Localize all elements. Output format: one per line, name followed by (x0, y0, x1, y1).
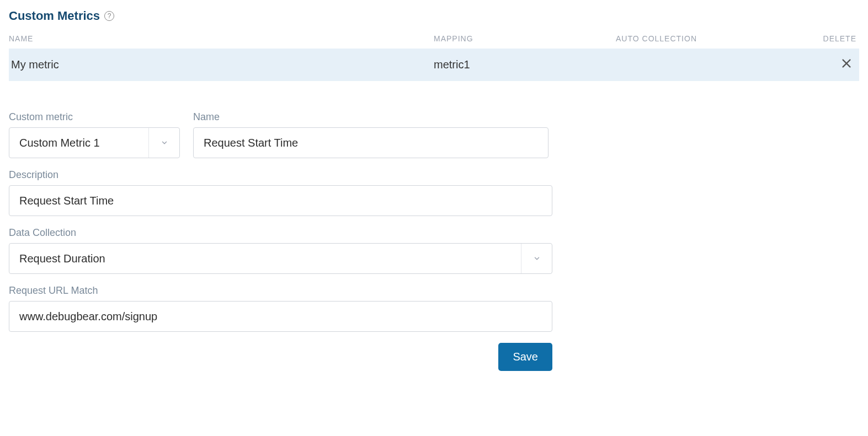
page-header: Custom Metrics ? (9, 9, 859, 23)
form-group-name: Name (193, 111, 549, 158)
request-url-match-input[interactable] (9, 301, 552, 332)
save-button[interactable]: Save (498, 343, 552, 371)
help-icon[interactable]: ? (104, 11, 114, 21)
chevron-down-icon[interactable] (521, 244, 552, 273)
delete-icon[interactable] (839, 57, 853, 71)
cell-mapping: metric1 (434, 58, 616, 71)
data-collection-value: Request Duration (9, 252, 521, 265)
button-row: Save (9, 343, 552, 371)
description-label: Description (9, 169, 552, 181)
data-collection-select[interactable]: Request Duration (9, 243, 552, 274)
form-container: Custom metric Custom Metric 1 Name Descr… (9, 111, 552, 371)
name-input[interactable] (193, 127, 549, 158)
form-group-custom-metric: Custom metric Custom Metric 1 (9, 111, 180, 158)
chevron-down-icon[interactable] (148, 128, 179, 158)
form-group-data-collection: Data Collection Request Duration (9, 227, 552, 274)
table-row[interactable]: My metric metric1 (9, 49, 859, 81)
custom-metric-select[interactable]: Custom Metric 1 (9, 127, 180, 158)
data-collection-label: Data Collection (9, 227, 552, 239)
request-url-match-label: Request URL Match (9, 285, 552, 297)
custom-metric-label: Custom metric (9, 111, 180, 123)
table-header: NAME MAPPING AUTO COLLECTION DELETE (9, 34, 859, 49)
cell-name: My metric (9, 58, 434, 71)
name-label: Name (193, 111, 549, 123)
cell-delete (820, 57, 859, 72)
column-header-mapping: MAPPING (434, 34, 616, 43)
custom-metric-value: Custom Metric 1 (9, 137, 148, 149)
form-group-request-url-match: Request URL Match (9, 285, 552, 332)
page-title: Custom Metrics (9, 9, 100, 23)
column-header-name: NAME (9, 34, 434, 43)
column-header-delete: DELETE (820, 34, 859, 43)
column-header-auto-collection: AUTO COLLECTION (616, 34, 820, 43)
description-input[interactable] (9, 185, 552, 216)
form-group-description: Description (9, 169, 552, 216)
